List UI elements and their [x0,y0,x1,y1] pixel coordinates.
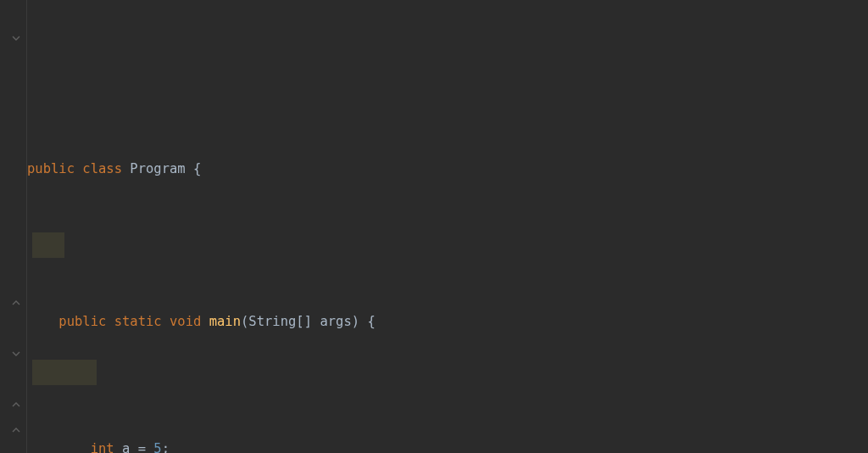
method-declaration: main [209,314,241,329]
number-literal: 5 [153,441,161,453]
gutter [0,0,27,453]
class-name: Program [130,161,185,176]
code-line[interactable]: int a = 5; [27,360,739,385]
keyword: int [91,441,114,453]
fold-close-icon[interactable] [12,400,20,409]
keyword: public [58,314,106,329]
fold-open-icon[interactable] [12,34,20,42]
fold-close-icon[interactable] [12,426,20,434]
keyword: public [27,161,75,176]
fold-close-icon[interactable] [12,299,20,307]
highlight-block [32,360,97,385]
code-area[interactable]: public class Program { public static voi… [27,0,739,453]
keyword: static [114,314,162,329]
keyword: class [82,161,122,176]
fold-open-icon[interactable] [12,350,20,358]
code-line[interactable]: public class Program { [27,105,739,131]
keyword: void [170,314,201,329]
highlight-block [32,232,64,258]
code-line[interactable]: public static void main(String[] args) { [27,232,739,258]
code-editor[interactable]: public class Program { public static voi… [0,0,868,453]
